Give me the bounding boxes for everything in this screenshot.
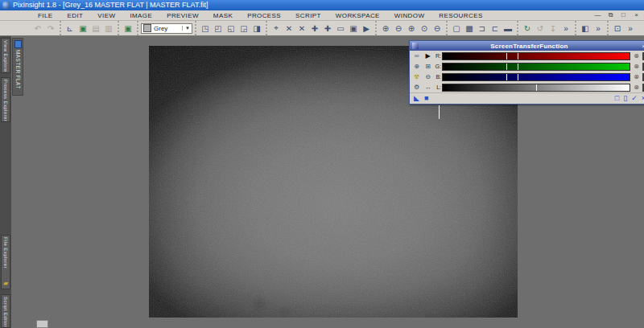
- reset-channel-icon[interactable]: ⊗: [631, 84, 642, 91]
- menu-workspace[interactable]: WORKSPACE: [328, 12, 387, 19]
- toolbar-group: ↶↷: [29, 21, 60, 35]
- new-instance-drag-icon[interactable]: ◣: [414, 94, 419, 102]
- contract-mode-icon[interactable]: ✕: [295, 23, 308, 35]
- close-icon[interactable]: ×: [633, 10, 640, 20]
- zoom-in-mode-icon[interactable]: ⊕: [405, 23, 418, 35]
- zoom-11-icon[interactable]: ⊙: [418, 23, 431, 35]
- vertical-profile-icon[interactable]: ⊏: [489, 23, 502, 35]
- preview-from-selection-icon[interactable]: ▩: [463, 23, 476, 35]
- reset-button-icon[interactable]: □: [615, 94, 619, 102]
- iconize-image-icon[interactable]: ▥: [102, 23, 115, 35]
- overflow-chevron-icon[interactable]: »: [624, 23, 637, 35]
- stf-marker[interactable]: [518, 53, 518, 59]
- grey-swatch-icon: [143, 24, 151, 32]
- stf-marker[interactable]: [518, 74, 518, 80]
- stf-channel-row-l: ⚙↔L:⊗: [410, 82, 644, 92]
- zoom-fit-icon[interactable]: ⊖: [431, 23, 444, 35]
- new-image-icon[interactable]: ▣: [76, 23, 89, 35]
- maximize-icon[interactable]: □: [620, 10, 627, 20]
- stf-channel-row-r: ∞▶R:⊗: [410, 51, 644, 61]
- menu-script[interactable]: SCRIPT: [288, 12, 328, 19]
- redo-icon[interactable]: ↷: [44, 23, 57, 35]
- scroll-mode-icon[interactable]: ✚: [321, 23, 334, 35]
- menu-preview[interactable]: PREVIEW: [159, 12, 206, 19]
- menu-edit[interactable]: EDIT: [60, 12, 91, 19]
- reset-channel-icon[interactable]: ⊗: [631, 63, 642, 70]
- overflow-chevron-icon[interactable]: »: [559, 23, 572, 35]
- horizontal-profile-icon[interactable]: ⊐: [476, 23, 489, 35]
- stf-gradient-slider-g[interactable]: [442, 63, 630, 71]
- image-window-tab[interactable]: MASTER FLAT: [12, 38, 23, 96]
- stf-marker[interactable]: [536, 84, 537, 91]
- menu-image[interactable]: IMAGE: [122, 12, 159, 19]
- menu-resources[interactable]: RESOURCES: [431, 12, 489, 19]
- stf-titlebar[interactable]: ScreenTransferFunction ×: [410, 41, 644, 51]
- settings-wrench-icon[interactable]: ⚙: [411, 83, 422, 92]
- update-previews-icon[interactable]: ↺: [534, 23, 547, 35]
- restore-icon[interactable]: ⧉: [607, 10, 614, 20]
- duplicate-image-icon[interactable]: ▤: [89, 23, 102, 35]
- stf-close-icon[interactable]: ×: [640, 43, 644, 50]
- shadows-range-icon[interactable]: ↔: [423, 83, 433, 92]
- sidebar-tab-process-explorer[interactable]: Process Explorer⚙: [1, 77, 10, 122]
- new-instance-doc-icon[interactable]: ▯: [623, 94, 627, 102]
- zoom-out-icon[interactable]: ⊖: [392, 23, 405, 35]
- update-all-icon[interactable]: ↧: [547, 23, 559, 35]
- auto-stretch-icon[interactable]: ☢: [411, 72, 422, 81]
- colorspace-select[interactable]: Grey▼: [141, 23, 192, 34]
- stf-channel-label: R:: [434, 53, 441, 59]
- menu-view[interactable]: VIEW: [90, 12, 122, 19]
- expand-mode-icon[interactable]: ✕: [283, 23, 295, 35]
- menu-file[interactable]: FILE: [31, 12, 60, 19]
- link-rgb-icon[interactable]: ∞: [411, 51, 422, 60]
- toolbar-group: ⊾▣▤▥: [60, 21, 118, 35]
- track-view-toggle-icon[interactable]: ■: [424, 94, 428, 102]
- edit-mode-pointer-icon[interactable]: ▶: [423, 51, 433, 60]
- stf-gradient-slider-b[interactable]: [442, 73, 630, 81]
- preview-properties-icon[interactable]: ◨: [250, 23, 263, 35]
- stf-marker[interactable]: [506, 74, 507, 80]
- fit-view-icon[interactable]: ⊾: [64, 23, 76, 35]
- toolbar-group: ↻↺↧»: [517, 21, 575, 35]
- pan-mode-icon[interactable]: ✚: [308, 23, 321, 35]
- preview-mode-icon[interactable]: ◰: [212, 23, 225, 35]
- update-view-icon[interactable]: ↻: [521, 23, 534, 35]
- stf-marker[interactable]: [506, 53, 507, 59]
- stf-marker[interactable]: [518, 64, 518, 70]
- apply-check-icon[interactable]: ✓: [631, 94, 638, 102]
- stf-bottom-bar: ◣■ □▯✓×: [410, 92, 644, 103]
- minimize-icon[interactable]: —: [594, 10, 601, 20]
- background-toggle-icon[interactable]: ◧: [579, 23, 592, 35]
- sidebar-tab-file-explorer[interactable]: File Explorer▰: [1, 235, 10, 289]
- dynamic-view-icon[interactable]: ▣: [347, 23, 360, 35]
- new-preview-mode-icon[interactable]: ▭: [334, 23, 347, 35]
- menu-mask[interactable]: MASK: [206, 12, 240, 19]
- apply-stf-icon[interactable]: ▣: [122, 23, 134, 35]
- define-preview-icon[interactable]: ▢: [450, 23, 463, 35]
- screen-icon[interactable]: ⊡: [611, 23, 624, 35]
- overflow-chevron-icon[interactable]: »: [592, 23, 605, 35]
- sidebar-tab-script-editor[interactable]: Script Editor▰: [1, 294, 10, 328]
- sidebar: View Explorer■Process Explorer⚙File Expl…: [0, 36, 11, 328]
- new-preview-icon[interactable]: ◳: [199, 23, 212, 35]
- select-mode-icon[interactable]: ▶: [360, 23, 373, 35]
- menu-process[interactable]: PROCESS: [240, 12, 288, 19]
- iconized-window-icon[interactable]: [36, 320, 48, 328]
- reset-channel-icon[interactable]: ⊗: [631, 73, 642, 80]
- zoom-in-icon[interactable]: ⊕: [379, 23, 392, 35]
- reset-channel-icon[interactable]: ⊗: [631, 52, 642, 59]
- readout-mode-icon[interactable]: ⌖: [270, 23, 283, 35]
- stf-gradient-slider-r[interactable]: [442, 52, 630, 60]
- app-icon: [2, 2, 10, 9]
- zoom-in-icon[interactable]: ⊕: [411, 62, 422, 71]
- sidebar-tab-view-explorer[interactable]: View Explorer■: [1, 38, 10, 73]
- stf-gradient-slider-l[interactable]: [442, 84, 630, 92]
- undo-icon[interactable]: ↶: [31, 23, 44, 35]
- stf-marker[interactable]: [506, 64, 507, 70]
- zoom-selection-icon[interactable]: ⊞: [423, 62, 433, 71]
- edit-preview-icon[interactable]: ◱: [225, 23, 237, 35]
- delete-preview-icon[interactable]: ◲: [237, 23, 250, 35]
- menu-window[interactable]: WINDOW: [387, 12, 432, 19]
- zoom-out-icon[interactable]: ⊖: [423, 72, 433, 81]
- mask-selection-icon[interactable]: ▬: [502, 23, 514, 35]
